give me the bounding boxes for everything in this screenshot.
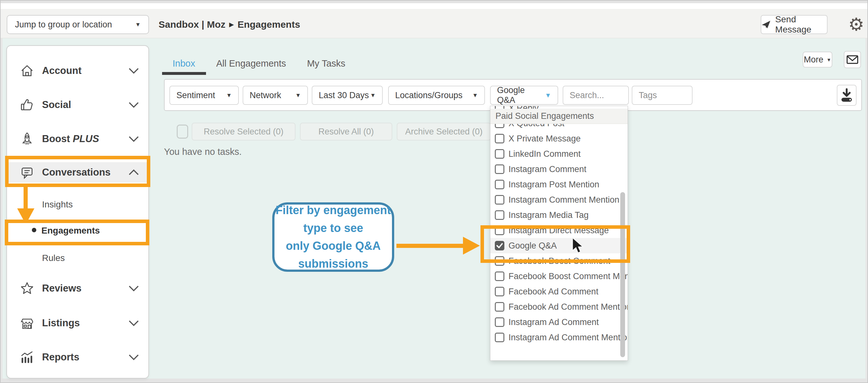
dropdown-option[interactable]: Instagram Post Mention xyxy=(490,177,628,192)
empty-state-message: You have no tasks. xyxy=(164,147,242,157)
option-label: Instagram Media Tag xyxy=(508,210,589,220)
frame-bottom xyxy=(1,379,867,382)
checkbox-unchecked[interactable] xyxy=(495,165,504,174)
jump-to-group-select[interactable]: Jump to group or location ▼ xyxy=(7,15,149,34)
breadcrumb: Sandbox | Moz ▶ Engagements xyxy=(159,9,300,40)
sidebar-item-boost[interactable]: Boost PLUS xyxy=(7,129,148,149)
annotation-arrow-right-head xyxy=(463,237,480,255)
option-label: X Private Message xyxy=(508,134,581,144)
top-white-strip xyxy=(1,3,867,9)
annotation-arrow-down xyxy=(24,185,28,210)
locations-groups-filter[interactable]: Locations/Groups ▼ xyxy=(388,86,485,105)
dropdown-option[interactable]: Facebook Ad Comment Mention xyxy=(490,299,628,315)
highlighted-engagements-label[interactable]: Engagements xyxy=(41,226,100,236)
callout-text-line1: Filter by engagement type to see xyxy=(275,201,392,237)
chevron-down-icon: ▼ xyxy=(370,92,376,98)
frame-left xyxy=(1,1,3,382)
date-range-filter[interactable]: Last 30 Days ▼ xyxy=(312,86,383,105)
checkbox-unchecked[interactable] xyxy=(495,287,504,296)
sidebar-item-label: Insights xyxy=(42,200,73,210)
checkbox-unchecked[interactable] xyxy=(495,195,504,205)
highlight-box-conversations xyxy=(5,156,150,187)
checkbox-unchecked[interactable] xyxy=(495,134,504,143)
jump-to-group-label: Jump to group or location xyxy=(15,20,112,30)
sidebar-item-label: Reports xyxy=(42,351,79,363)
checkbox-unchecked[interactable] xyxy=(495,210,504,220)
resolve-selected-button[interactable]: Resolve Selected (0) xyxy=(192,123,296,141)
send-message-button[interactable]: Send Message xyxy=(761,15,828,34)
frame-right xyxy=(865,1,867,382)
chevron-down-icon: ▼ xyxy=(135,22,141,27)
download-icon xyxy=(840,88,854,102)
top-header-bar: Jump to group or location ▼ Sandbox | Mo… xyxy=(1,9,867,38)
more-label: More xyxy=(804,55,824,65)
sidebar-item-label: Boost PLUS xyxy=(42,133,99,145)
gear-icon[interactable]: ⚙ xyxy=(848,12,864,37)
tab-all-engagements[interactable]: All Engagements xyxy=(206,54,297,72)
callout-text-line2: only Google Q&A submissions xyxy=(275,237,392,273)
scrollbar-thumb[interactable] xyxy=(620,192,625,357)
sentiment-filter[interactable]: Sentiment ▼ xyxy=(169,86,239,105)
section-header-label: Paid Social Engagements xyxy=(495,111,594,121)
checkbox-unchecked[interactable] xyxy=(495,333,504,342)
tab-inbox[interactable]: Inbox xyxy=(162,54,206,72)
chevron-down-icon: ▼ xyxy=(545,92,551,98)
dropdown-option[interactable]: Facebook Ad Comment xyxy=(490,284,628,299)
sidebar-item-account[interactable]: Account xyxy=(7,61,148,81)
active-item-bullet xyxy=(32,228,36,232)
breadcrumb-root: Sandbox | Moz xyxy=(159,19,225,30)
tags-input[interactable] xyxy=(632,86,692,105)
dropdown-option[interactable]: Instagram Ad Comment Mention xyxy=(490,330,628,345)
engagement-type-filter[interactable]: Google Q&A ▼ xyxy=(490,86,558,105)
chevron-down-icon xyxy=(129,67,139,74)
mail-button[interactable] xyxy=(844,51,861,68)
chevron-down-icon xyxy=(129,285,139,292)
bar-chart-icon xyxy=(20,350,34,364)
sidebar-item-reviews[interactable]: Reviews xyxy=(7,278,148,299)
checkbox-unchecked[interactable] xyxy=(495,149,504,159)
network-filter[interactable]: Network ▼ xyxy=(243,86,308,105)
chevron-down-icon: ▼ xyxy=(226,92,232,98)
chevron-down-icon xyxy=(129,101,139,108)
sidebar-item-label: Account xyxy=(42,65,82,77)
dropdown-option[interactable]: Facebook Boost Comment Mention xyxy=(490,269,628,284)
select-all-checkbox[interactable] xyxy=(177,125,188,139)
dropdown-option[interactable]: Instagram Comment Mention xyxy=(490,192,628,207)
app-window: Jump to group or location ▼ Sandbox | Mo… xyxy=(0,0,868,383)
annotation-callout: Filter by engagement type to see only Go… xyxy=(272,202,394,272)
option-label: Facebook Ad Comment xyxy=(508,287,598,297)
dropdown-option[interactable]: Instagram Ad Comment xyxy=(490,315,628,330)
option-label: Facebook Boost Comment Mention xyxy=(508,271,628,282)
frame-top xyxy=(1,1,867,3)
sidebar-item-rules[interactable]: Rules xyxy=(7,248,148,268)
download-button[interactable] xyxy=(837,85,857,106)
option-label: Facebook Ad Comment Mention xyxy=(508,302,628,312)
more-button[interactable]: More ▼ xyxy=(803,52,832,67)
option-label: Instagram Ad Comment xyxy=(508,317,599,327)
tab-my-tasks[interactable]: My Tasks xyxy=(297,54,356,72)
dropdown-option[interactable]: Instagram Media Tag xyxy=(490,207,628,223)
mouse-cursor xyxy=(570,237,586,255)
resolve-all-button[interactable]: Resolve All (0) xyxy=(300,123,392,141)
sidebar-item-reports[interactable]: Reports xyxy=(7,347,148,367)
home-icon xyxy=(20,63,34,78)
breadcrumb-current: Engagements xyxy=(238,19,300,30)
chevron-down-icon xyxy=(129,136,139,142)
dropdown-option[interactable]: LinkedIn Comment xyxy=(490,146,628,161)
highlight-box-engagements: Engagements xyxy=(5,219,149,245)
option-label: LinkedIn Comment xyxy=(508,149,581,159)
chevron-down-icon xyxy=(129,354,139,360)
dropdown-option[interactable]: Instagram Comment xyxy=(490,161,628,177)
checkbox-unchecked[interactable] xyxy=(495,302,504,312)
dropdown-option[interactable]: X Private Message xyxy=(490,131,628,146)
checkbox-unchecked[interactable] xyxy=(495,317,504,327)
archive-selected-button[interactable]: Archive Selected (0) xyxy=(397,123,491,141)
sidebar-item-listings[interactable]: Listings xyxy=(7,313,148,333)
paper-plane-icon xyxy=(761,19,771,30)
checkbox-unchecked[interactable] xyxy=(495,180,504,189)
search-input[interactable] xyxy=(563,86,629,105)
breadcrumb-arrow-icon: ▶ xyxy=(229,21,234,28)
checkbox-unchecked[interactable] xyxy=(495,271,504,281)
sidebar-item-social[interactable]: Social xyxy=(7,95,148,115)
filter-label: Locations/Groups xyxy=(395,90,463,100)
